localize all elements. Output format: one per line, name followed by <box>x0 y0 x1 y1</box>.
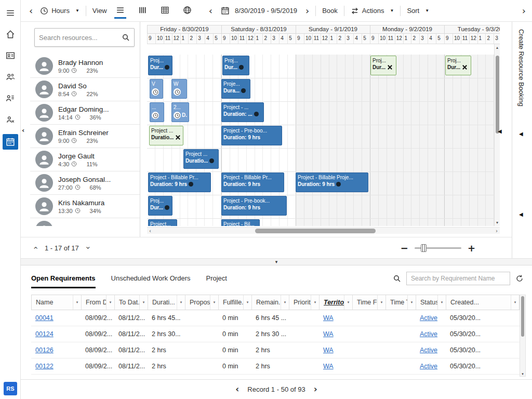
booking-block[interactable]: Proje...Dura... <box>221 79 250 99</box>
scrollbar-thumb[interactable] <box>521 296 524 337</box>
people-icon[interactable] <box>4 70 17 84</box>
scrollbar-track[interactable] <box>153 229 494 233</box>
booking-block[interactable]: Project - Billable Pr...Duration: 9 hrs <box>148 172 211 192</box>
booking-block[interactable]: Project - Bil... <box>221 219 260 226</box>
timeline-view-icon[interactable] <box>137 3 149 19</box>
booking-block[interactable]: Proj...Dur... <box>222 56 249 75</box>
board-vertical-scrollbar[interactable]: ▴ ▾ <box>494 44 500 226</box>
date-range[interactable]: 8/30/2019 - 9/5/2019 <box>235 7 297 15</box>
booking-block[interactable]: Project - Billable Proje...Duration: 9 h… <box>296 172 368 192</box>
panel-splitter[interactable]: ▾ <box>21 258 532 265</box>
booking-block[interactable]: Project... <box>148 219 177 226</box>
day-header[interactable]: Tuesday - 9/3/201 <box>444 25 500 34</box>
column-filter-icon[interactable]: ▾ <box>437 295 446 310</box>
booking-block-timeoff[interactable]: ... <box>150 102 164 122</box>
toolbar-scroll-left-icon[interactable]: ‹ <box>29 6 33 16</box>
table-vertical-scrollbar[interactable]: ▾ <box>520 295 526 377</box>
column-filter-icon[interactable]: ▾ <box>311 295 319 310</box>
territory-link[interactable]: WA <box>323 347 334 354</box>
resource-row[interactable]: Luke Lundgren <box>30 218 140 226</box>
home-icon[interactable] <box>4 28 17 41</box>
refresh-icon[interactable] <box>515 274 524 283</box>
resource-row[interactable]: Jorge Gault 4:3011% <box>30 148 140 171</box>
scroll-right-icon[interactable]: › <box>494 228 500 234</box>
day-header[interactable]: Friday - 8/30/2019 <box>147 25 221 34</box>
column-filter-icon[interactable]: ▾ <box>210 295 218 310</box>
requirement-search-input[interactable] <box>406 272 510 285</box>
resource-row[interactable]: David So 8:5422% <box>30 78 140 101</box>
expand-panel-icon[interactable]: ◀ <box>519 211 523 217</box>
status-link[interactable]: Active <box>420 330 437 338</box>
scroll-up-icon[interactable]: ▴ <box>495 45 500 50</box>
record-prev-icon[interactable]: ‹ <box>235 385 239 394</box>
booking-block[interactable]: Project - ...Duration: ... <box>221 102 264 122</box>
zoom-slider[interactable] <box>415 247 461 249</box>
calendar-icon[interactable] <box>221 6 230 15</box>
column-filter-icon[interactable]: ▾ <box>243 295 251 310</box>
table-row[interactable]: 00124 08/09/2... 08/11/2... 2 hrs 30... … <box>31 326 520 342</box>
table-row[interactable]: 00126 08/09/2... 08/11/2... 2 hrs 0 min … <box>31 342 520 358</box>
record-next-icon[interactable]: › <box>314 385 317 394</box>
column-filter-icon[interactable]: ▾ <box>139 295 148 310</box>
list-view-icon[interactable] <box>114 3 126 19</box>
actions-dropdown[interactable]: Actions ▼ <box>351 7 394 15</box>
booking-block-timeoff[interactable]: W <box>171 79 187 99</box>
column-filter-icon[interactable]: ▾ <box>511 295 519 310</box>
expand-panel-icon[interactable]: ◀ <box>519 131 523 137</box>
tab-open-requirements[interactable]: Open Requirements <box>31 274 96 288</box>
requirement-name-link[interactable]: 00126 <box>35 347 54 354</box>
booking-block-canceled[interactable]: Proj...Dur... <box>445 56 471 75</box>
territory-link[interactable]: WA <box>323 314 334 322</box>
column-filter-icon[interactable]: ▾ <box>407 295 416 310</box>
zoom-in-button[interactable]: + <box>468 243 475 254</box>
booking-block[interactable]: Project ...Duratio... <box>183 149 219 169</box>
resource-row[interactable]: Kris Nakamura 13:3034% <box>30 195 140 218</box>
search-icon[interactable] <box>122 33 130 42</box>
resource-row[interactable]: Joseph Gonsal... 27:0068% <box>30 171 140 195</box>
resource-row[interactable]: Edgar Doming... 14:1436% <box>30 101 140 125</box>
status-link[interactable]: Active <box>420 347 437 354</box>
booking-block[interactable]: Project - Billable Pr...Duration: 9 hrs <box>221 172 284 192</box>
scroll-down-icon[interactable]: ▾ <box>495 220 500 225</box>
sort-dropdown[interactable]: Sort ▼ <box>407 7 429 15</box>
column-filter-icon[interactable]: ▾ <box>73 295 81 310</box>
booking-block[interactable]: Proj...Dur... <box>148 196 172 216</box>
day-header[interactable]: Saturday - 8/31/2019 <box>221 25 296 34</box>
day-column[interactable] <box>296 55 370 226</box>
booking-block-timeoff[interactable]: 2...D... <box>171 102 189 122</box>
person-requirements-icon[interactable] <box>4 91 17 105</box>
toolbar-scroll-right-icon[interactable]: › <box>522 6 526 16</box>
requirement-name-link[interactable]: 00041 <box>35 314 54 322</box>
scrollbar-thumb[interactable] <box>255 229 376 233</box>
booking-block[interactable]: Project - Pre-book...Duration: 9 hrs <box>221 196 287 216</box>
map-view-icon[interactable] <box>181 3 193 19</box>
column-filter-icon[interactable]: ▾ <box>177 295 185 310</box>
requirement-name-link[interactable]: 00122 <box>35 363 54 370</box>
column-filter-icon[interactable]: ▾ <box>377 295 385 310</box>
tab-project[interactable]: Project <box>206 274 227 288</box>
splitter-handle-icon[interactable]: ▾ <box>275 259 278 264</box>
tab-unscheduled-work-orders[interactable]: Unscheduled Work Orders <box>111 274 191 288</box>
table-row[interactable]: 00041 08/09/2... 08/11/2... 6 hrs 45... … <box>31 310 520 326</box>
territory-link[interactable]: WA <box>323 363 334 370</box>
day-column[interactable] <box>444 55 500 226</box>
booking-block-timeoff[interactable]: V <box>150 79 163 99</box>
column-filter-icon[interactable]: ▾ <box>281 295 289 310</box>
resource-card-icon[interactable] <box>4 49 17 62</box>
date-prev-icon[interactable]: ‹ <box>209 6 212 16</box>
schedule-board-icon[interactable] <box>3 134 18 150</box>
search-icon[interactable] <box>393 274 401 283</box>
day-header[interactable]: Monday - 9/2/2019 <box>370 25 444 34</box>
grid-view-icon[interactable] <box>159 3 171 19</box>
day-header[interactable]: Sunday - 9/1/2019 <box>296 25 370 34</box>
table-row[interactable]: 00122 08/09/2... 08/11/2... 2 hrs 0 min … <box>31 358 520 375</box>
requirement-name-link[interactable]: 00124 <box>35 330 54 338</box>
day-column[interactable] <box>370 55 444 226</box>
booking-block[interactable]: Project - Pre-boo...Duration: 9 hrs <box>221 126 282 145</box>
board-horizontal-scrollbar[interactable]: ‹ › <box>147 227 500 234</box>
booking-block[interactable]: Proj...Dur... <box>148 56 172 75</box>
status-link[interactable]: Active <box>420 314 437 322</box>
status-link[interactable]: Active <box>420 363 437 370</box>
scroll-left-icon[interactable]: ‹ <box>147 228 153 234</box>
collapse-left-panel-icon[interactable]: ‹ <box>22 127 24 134</box>
